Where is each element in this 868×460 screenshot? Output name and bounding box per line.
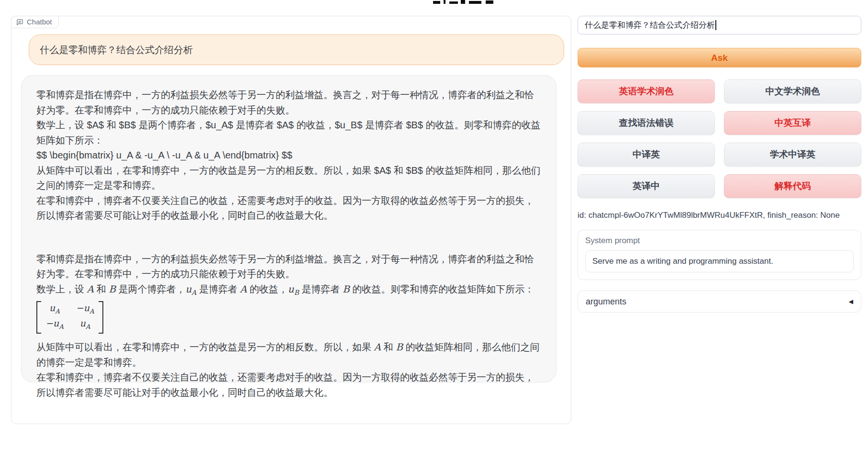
preset-button-8[interactable]: 解释代码 — [724, 174, 861, 198]
glyph-fragment — [449, 1, 458, 4]
glyph-fragment — [433, 1, 440, 4]
preset-button-5[interactable]: 中译英 — [578, 143, 715, 167]
ask-button[interactable]: Ask — [578, 48, 861, 67]
preset-button-1[interactable]: 英语学术润色 — [578, 79, 715, 103]
chatbot-label: Chatbot — [27, 18, 52, 26]
preset-button-6[interactable]: 学术中译英 — [724, 143, 861, 167]
chatbot-label-chip: Chatbot — [11, 16, 59, 28]
glyph-fragment — [461, 0, 465, 4]
chat-line: 从矩阵中可以看出，在零和博弈中，一方的收益是另一方的相反数。所以，如果 $A$ … — [36, 163, 542, 193]
glyph-fragment — [469, 1, 481, 4]
chat-line: 零和博弈是指在博弈中，一方的利益损失必然等于另一方的利益增益。换言之，对于每一种… — [36, 88, 542, 118]
chat-line: 零和博弈是指在博弈中，一方的利益损失必然等于另一方的利益增益。换言之，对于每一种… — [36, 252, 542, 282]
chatbot-panel: Chatbot 什么是零和博弈？结合公式介绍分析 零和博弈是指在博弈中，一方的利… — [11, 16, 571, 424]
chat-line: 在零和博弈中，博弈者不仅要关注自己的收益，还需要考虑对手的收益。因为一方取得的收… — [36, 193, 542, 224]
glyph-fragment — [486, 0, 493, 4]
control-panel: 什么是零和博弈？结合公式介绍分析 Ask 英语学术润色中文学术润色查找语法错误中… — [578, 16, 861, 313]
chat-icon — [16, 19, 23, 26]
system-prompt-label: System prompt — [585, 236, 854, 246]
system-prompt-card: System prompt Serve me as a writing and … — [578, 230, 861, 280]
preset-button-2[interactable]: 中文学术润色 — [724, 79, 861, 103]
clipped-page-title — [433, 0, 498, 4]
question-input-value: 什么是零和博弈？结合公式介绍分析 — [585, 20, 715, 31]
preset-button-3[interactable]: 查找语法错误 — [578, 111, 715, 135]
chat-line: 在零和博弈中，博弈者不仅要关注自己的收益，还需要考虑对手的收益。因为一方取得的收… — [36, 370, 542, 400]
bot-message-bubble: 零和博弈是指在博弈中，一方的利益损失必然等于另一方的利益增益。换言之，对于每一种… — [21, 75, 556, 382]
accordion-arguments[interactable]: arguments ◀ — [578, 291, 861, 313]
status-line: id: chatcmpl-6wOo7KrYTwMl89lbrMWRu4UkFFX… — [578, 211, 861, 220]
chat-line: 数学上，设 A 和 B 是两个博弈者，uA 是博弈者 A 的收益，uB 是博弈者… — [36, 282, 542, 301]
user-message-bubble: 什么是零和博弈？结合公式介绍分析 — [29, 34, 564, 65]
glyph-fragment — [444, 0, 445, 4]
chat-line: $$ \begin{bmatrix} u_A & -u_A \ -u_A & u… — [36, 148, 542, 163]
user-message-text: 什么是零和博弈？结合公式介绍分析 — [40, 44, 193, 56]
math-matrix: uA−uA−uAuA — [36, 301, 542, 338]
system-prompt-input[interactable]: Serve me as a writing and programming as… — [585, 250, 854, 272]
preset-button-4[interactable]: 中英互译 — [724, 111, 861, 135]
chevron-left-icon: ◀ — [849, 298, 853, 305]
text-cursor — [715, 20, 716, 30]
question-input[interactable]: 什么是零和博弈？结合公式介绍分析 — [578, 16, 861, 34]
accordion-label: arguments — [586, 297, 626, 307]
chat-line: 数学上，设 $A$ 和 $B$ 是两个博弈者，$u_A$ 是博弈者 $A$ 的收… — [36, 118, 542, 148]
preset-button-7[interactable]: 英译中 — [578, 174, 715, 198]
bot-message-rendered: 零和博弈是指在博弈中，一方的利益损失必然等于另一方的利益增益。换言之，对于每一种… — [36, 252, 542, 401]
preset-buttons-grid: 英语学术润色中文学术润色查找语法错误中英互译中译英学术中译英英译中解释代码 — [578, 79, 861, 198]
bot-message-raw: 零和博弈是指在博弈中，一方的利益损失必然等于另一方的利益增益。换言之，对于每一种… — [36, 88, 542, 224]
chat-line: 从矩阵中可以看出，在零和博弈中，一方的收益是另一方的相反数。所以，如果 A 和 … — [36, 340, 542, 370]
